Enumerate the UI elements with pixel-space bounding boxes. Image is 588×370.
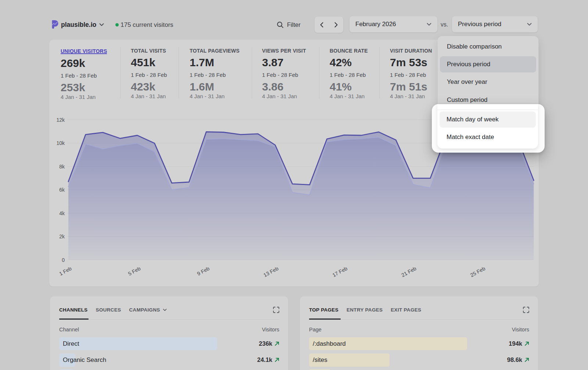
stat-prev-value: 253k bbox=[61, 82, 107, 93]
row-bar bbox=[59, 337, 217, 351]
menu-item-disable-comparison[interactable]: Disable comparison bbox=[440, 39, 536, 55]
stat-label: VISIT DURATION bbox=[390, 48, 432, 54]
expand-icon[interactable] bbox=[523, 307, 529, 313]
current-visitors-label[interactable]: 175 current visitors bbox=[121, 21, 173, 29]
expand-icon[interactable] bbox=[273, 307, 279, 313]
stat-views-per-visit[interactable]: VIEWS PER VISIT 3.87 1 Feb - 28 Feb 3.86… bbox=[262, 48, 306, 100]
svg-text:5 Feb: 5 Feb bbox=[127, 265, 141, 277]
row-name[interactable]: /:dashboard bbox=[313, 337, 346, 351]
tab-campaigns[interactable]: CAMPAIGNS bbox=[129, 307, 160, 313]
table-row[interactable]: Direct 236k bbox=[59, 337, 279, 351]
svg-text:9 Feb: 9 Feb bbox=[196, 265, 210, 277]
stat-value: 451k bbox=[131, 56, 167, 69]
table-row[interactable]: /:dashboard 194k bbox=[309, 337, 529, 351]
comparison-value: Previous period bbox=[458, 21, 501, 28]
row-value: 98.6k bbox=[507, 353, 522, 367]
prev-period-arrow[interactable] bbox=[315, 17, 329, 33]
stat-prev-value: 423k bbox=[131, 81, 167, 92]
stat-label: TOTAL VISITS bbox=[131, 48, 167, 54]
stat-prev-period: 4 Jan - 31 Jan bbox=[330, 93, 368, 100]
svg-text:13 Feb: 13 Feb bbox=[262, 265, 279, 278]
tabs-separator bbox=[59, 319, 279, 320]
column-header-value: Visitors bbox=[262, 327, 279, 334]
tab-exit-pages[interactable]: EXIT PAGES bbox=[391, 307, 421, 313]
menu-item-previous-period[interactable]: Previous period bbox=[440, 56, 536, 72]
stat-label: UNIQUE VISITORS bbox=[61, 48, 107, 54]
table-row[interactable]: /sites 98.6k bbox=[309, 353, 529, 367]
stat-prev-value: 41% bbox=[330, 81, 368, 92]
stat-period: 1 Feb - 28 Feb bbox=[330, 72, 368, 78]
search-icon bbox=[277, 21, 284, 28]
stat-bounce-rate[interactable]: BOUNCE RATE 42% 1 Feb - 28 Feb 41% 4 Jan… bbox=[330, 48, 368, 100]
svg-text:2k: 2k bbox=[59, 234, 65, 239]
channels-card: CHANNELS SOURCES CAMPAIGNS Channel Visit… bbox=[50, 296, 288, 370]
arrow-up-right-icon bbox=[275, 341, 279, 346]
svg-text:25 Feb: 25 Feb bbox=[469, 265, 486, 278]
site-caret-icon[interactable] bbox=[99, 23, 104, 26]
tab-sources[interactable]: SOURCES bbox=[96, 307, 121, 313]
column-header-name: Page bbox=[309, 327, 322, 334]
svg-text:6k: 6k bbox=[59, 187, 65, 193]
menu-item-year-over-year[interactable]: Year over year bbox=[440, 74, 536, 90]
site-name[interactable]: plausible.io bbox=[61, 21, 96, 29]
stat-total-visits[interactable]: TOTAL VISITS 451k 1 Feb - 28 Feb 423k 4 … bbox=[131, 48, 167, 100]
row-value: 236k bbox=[259, 337, 272, 351]
stat-period: 1 Feb - 28 Feb bbox=[390, 72, 432, 78]
row-name[interactable]: Organic Search bbox=[63, 353, 106, 367]
column-header-value: Visitors bbox=[512, 327, 529, 334]
stat-divider bbox=[319, 47, 319, 99]
stat-divider bbox=[120, 47, 121, 99]
stat-period: 1 Feb - 28 Feb bbox=[61, 72, 107, 79]
menu-panel-bottom: Match day of week Match exact date bbox=[437, 104, 538, 149]
stat-divider bbox=[252, 47, 252, 99]
svg-text:4k: 4k bbox=[59, 210, 65, 216]
svg-text:17 Feb: 17 Feb bbox=[331, 265, 348, 278]
date-period-value: February 2026 bbox=[355, 21, 396, 28]
stat-label: BOUNCE RATE bbox=[330, 48, 368, 54]
stat-period: 1 Feb - 28 Feb bbox=[190, 72, 240, 78]
stat-prev-period: 4 Jan - 31 Jan bbox=[131, 93, 167, 100]
arrow-up-right-icon bbox=[524, 357, 529, 362]
plausible-logo-icon bbox=[52, 20, 58, 29]
feature-spotlight: Match day of week Match exact date bbox=[432, 104, 545, 153]
comparison-select[interactable]: Previous period bbox=[452, 16, 538, 32]
stat-unique-visitors[interactable]: UNIQUE VISITORS 269k 1 Feb - 28 Feb 253k… bbox=[61, 48, 107, 100]
stat-value: 1.7M bbox=[190, 56, 240, 69]
chevron-down-icon bbox=[163, 309, 167, 311]
top-pages-card: TOP PAGES ENTRY PAGES EXIT PAGES Page Vi… bbox=[300, 296, 538, 370]
stat-total-pageviews[interactable]: TOTAL PAGEVIEWS 1.7M 1 Feb - 28 Feb 1.6M… bbox=[190, 48, 240, 100]
stat-value: 7m 53s bbox=[390, 56, 432, 69]
stat-value: 42% bbox=[330, 56, 368, 69]
tab-entry-pages[interactable]: ENTRY PAGES bbox=[347, 307, 383, 313]
table-row[interactable]: Organic Search 24.1k bbox=[59, 353, 279, 367]
row-name[interactable]: /sites bbox=[313, 353, 327, 367]
tab-top-pages[interactable]: TOP PAGES bbox=[309, 307, 338, 313]
stat-prev-value: 7m 51s bbox=[390, 81, 432, 92]
date-period-select[interactable]: February 2026 bbox=[349, 16, 437, 32]
stat-prev-period: 4 Jan - 31 Jan bbox=[190, 93, 240, 100]
stat-prev-period: 4 Jan - 31 Jan bbox=[390, 93, 432, 100]
stat-prev-value: 1.6M bbox=[190, 81, 240, 92]
filter-button[interactable]: Filter bbox=[277, 20, 301, 30]
chevron-down-icon bbox=[427, 23, 431, 26]
row-name[interactable]: Direct bbox=[63, 337, 79, 351]
next-period-arrow[interactable] bbox=[329, 17, 343, 33]
tabs-separator bbox=[309, 319, 529, 320]
stat-period: 1 Feb - 28 Feb bbox=[262, 72, 306, 78]
arrow-up-right-icon bbox=[275, 357, 279, 362]
arrow-up-right-icon bbox=[524, 341, 529, 346]
row-value: 194k bbox=[509, 337, 522, 351]
active-tab-underline bbox=[59, 319, 89, 320]
row-value: 24.1k bbox=[257, 353, 272, 367]
stat-prev-period: 4 Jan - 31 Jan bbox=[262, 93, 306, 100]
tab-channels[interactable]: CHANNELS bbox=[59, 307, 87, 313]
stat-prev-period: 4 Jan - 31 Jan bbox=[61, 94, 107, 100]
period-nav-arrows bbox=[315, 17, 343, 33]
menu-item-match-exact-date[interactable]: Match exact date bbox=[440, 129, 536, 145]
svg-text:12k: 12k bbox=[56, 117, 65, 123]
stat-visit-duration[interactable]: VISIT DURATION 7m 53s 1 Feb - 28 Feb 7m … bbox=[390, 48, 432, 100]
stat-prev-value: 3.86 bbox=[262, 81, 306, 92]
menu-item-match-day-of-week[interactable]: Match day of week bbox=[440, 111, 536, 128]
filter-label: Filter bbox=[287, 21, 301, 28]
svg-text:21 Feb: 21 Feb bbox=[400, 265, 417, 278]
